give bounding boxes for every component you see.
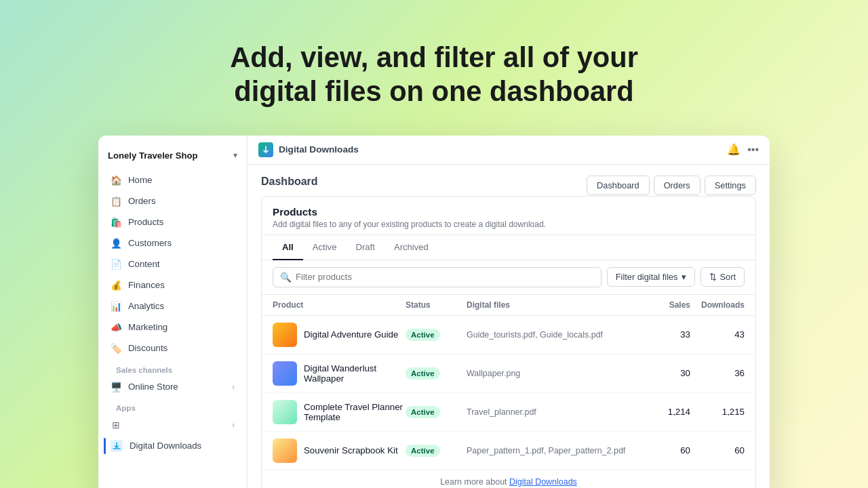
sidebar-item-label: Analytics <box>128 301 164 311</box>
table-row[interactable]: Digital Adventure Guide Active Guide_tou… <box>262 316 755 354</box>
orders-nav-btn[interactable]: Orders <box>654 176 701 195</box>
nav-buttons: Dashboard Orders Settings <box>587 176 756 195</box>
search-input[interactable] <box>296 272 594 282</box>
apps-expand-icon: › <box>232 420 235 430</box>
sidebar-apps-row[interactable]: ⊞ › <box>104 415 241 435</box>
col-status: Status <box>406 300 467 310</box>
products-icon: 🛍️ <box>111 217 121 228</box>
product-thumbnail <box>273 361 297 386</box>
sidebar-item-marketing[interactable]: 📣 Marketing <box>104 317 241 338</box>
sidebar-item-home[interactable]: 🏠 Home <box>104 170 241 190</box>
apps-icon: ⊞ <box>111 420 121 430</box>
online-store-label: Online Store <box>128 382 178 392</box>
notification-icon[interactable]: 🔔 <box>727 143 741 156</box>
product-name: Digital Wanderlust Wallpaper <box>304 363 406 384</box>
hero-title-line1: Add, view, and filter all of your <box>230 41 638 73</box>
orders-icon: 📋 <box>111 196 121 207</box>
content-icon: 📄 <box>111 259 121 270</box>
sidebar-item-label: Home <box>128 175 152 185</box>
sidebar-item-digital-downloads[interactable]: Digital Downloads <box>104 435 241 457</box>
content-area: Dashboard Dashboard Orders Settings Prod… <box>248 165 770 488</box>
status-badge: Active <box>406 329 440 341</box>
products-subtitle: Add digital files to any of your existin… <box>273 220 745 229</box>
table-row[interactable]: Souvenir Scrapbook Kit Active Paper_patt… <box>262 432 755 470</box>
sidebar-item-label: Content <box>128 259 159 269</box>
sort-btn[interactable]: ⇅ Sort <box>701 267 745 287</box>
discounts-icon: 🏷️ <box>111 343 121 354</box>
settings-nav-btn[interactable]: Settings <box>705 176 756 195</box>
table-row[interactable]: Complete Travel Planner Template Active … <box>262 393 755 432</box>
sidebar-item-customers[interactable]: 👤 Customers <box>104 233 241 253</box>
chevron-down-icon: ▾ <box>233 150 237 160</box>
sidebar-item-label: Marketing <box>128 322 167 332</box>
page-title: Dashboard <box>261 176 318 188</box>
product-thumbnail <box>273 439 297 463</box>
dashboard-nav-btn[interactable]: Dashboard <box>587 176 650 195</box>
col-files: Digital files <box>467 300 636 310</box>
table-row[interactable]: Digital Wanderlust Wallpaper Active Wall… <box>262 354 755 393</box>
tab-active[interactable]: Active <box>303 235 347 260</box>
app-name: Digital Downloads <box>279 144 359 155</box>
sidebar-item-online-store[interactable]: 🖥️ Online Store › <box>104 377 241 397</box>
tab-archived[interactable]: Archived <box>384 235 438 260</box>
sales-cell: 60 <box>636 445 690 455</box>
sidebar-item-label: Orders <box>128 196 156 206</box>
sidebar-item-discounts[interactable]: 🏷️ Discounts <box>104 338 241 359</box>
main-content: Digital Downloads 🔔 ••• Dashboard Dashbo… <box>248 136 770 488</box>
hero-section: Add, view, and filter all of your digita… <box>216 0 652 136</box>
product-cell: Complete Travel Planner Template <box>273 400 406 424</box>
digital-downloads-icon <box>111 440 123 452</box>
footer-text: Learn more about <box>440 477 509 487</box>
marketing-icon: 📣 <box>111 322 121 333</box>
sidebar-item-finances[interactable]: 💰 Finances <box>104 275 241 296</box>
digital-downloads-label: Digital Downloads <box>130 441 201 451</box>
downloads-cell: 60 <box>690 445 745 455</box>
top-bar-left: Digital Downloads <box>258 142 359 157</box>
more-options-icon[interactable]: ••• <box>747 144 759 156</box>
digital-files-cell: Wallpaper.png <box>467 369 636 378</box>
status-cell: Active <box>406 405 467 418</box>
top-bar: Digital Downloads 🔔 ••• <box>248 136 770 165</box>
hero-title-line2: digital files on one dashboard <box>234 75 633 107</box>
analytics-icon: 📊 <box>111 301 121 312</box>
search-box[interactable]: 🔍 <box>273 267 601 287</box>
online-store-icon: 🖥️ <box>111 382 121 392</box>
tabs-row: All Active Draft Archived <box>262 235 755 260</box>
product-name: Digital Adventure Guide <box>304 329 398 340</box>
table-header: Product Status Digital files Sales Downl… <box>262 295 755 316</box>
downloads-cell: 43 <box>690 329 745 340</box>
digital-downloads-link[interactable]: Digital Downloads <box>509 477 577 487</box>
tab-draft[interactable]: Draft <box>346 235 384 260</box>
sidebar-item-content[interactable]: 📄 Content <box>104 254 241 274</box>
sidebar-item-products[interactable]: 🛍️ Products <box>104 212 241 232</box>
filter-chevron-icon: ▾ <box>682 272 686 282</box>
home-icon: 🏠 <box>111 175 121 186</box>
products-section: Products Add digital files to any of you… <box>261 196 756 488</box>
products-title: Products <box>273 206 745 218</box>
apps-label: Apps <box>104 397 241 415</box>
online-store-left: 🖥️ Online Store <box>111 382 178 392</box>
sales-cell: 30 <box>636 368 690 378</box>
product-thumbnail <box>273 323 297 347</box>
filter-digital-files-btn[interactable]: Filter digital files ▾ <box>607 267 695 287</box>
sales-cell: 1,214 <box>636 407 690 417</box>
top-bar-right: 🔔 ••• <box>727 143 759 156</box>
sidebar-item-orders[interactable]: 📋 Orders <box>104 191 241 211</box>
status-cell: Active <box>406 328 467 341</box>
store-selector[interactable]: Lonely Traveler Shop ▾ <box>98 146 247 170</box>
products-header: Products Add digital files to any of you… <box>262 197 755 235</box>
col-product: Product <box>273 300 406 310</box>
tab-all[interactable]: All <box>273 235 303 260</box>
downloads-cell: 1,215 <box>690 407 745 417</box>
digital-files-cell: Paper_pattern_1.pdf, Paper_pattern_2.pdf <box>467 446 636 455</box>
expand-icon: › <box>232 382 235 392</box>
status-badge: Active <box>406 367 440 380</box>
sales-cell: 33 <box>636 329 690 340</box>
sidebar-item-label: Discounts <box>128 343 167 353</box>
apps-row-left: ⊞ <box>111 420 121 430</box>
digital-files-cell: Guide_tourists.pdf, Guide_locals.pdf <box>467 330 636 340</box>
app-logo-icon <box>258 142 273 157</box>
sidebar-nav: 🏠 Home 📋 Orders 🛍️ Products 👤 Customers … <box>98 170 247 457</box>
col-sales: Sales <box>636 300 690 310</box>
sidebar-item-analytics[interactable]: 📊 Analytics <box>104 296 241 317</box>
